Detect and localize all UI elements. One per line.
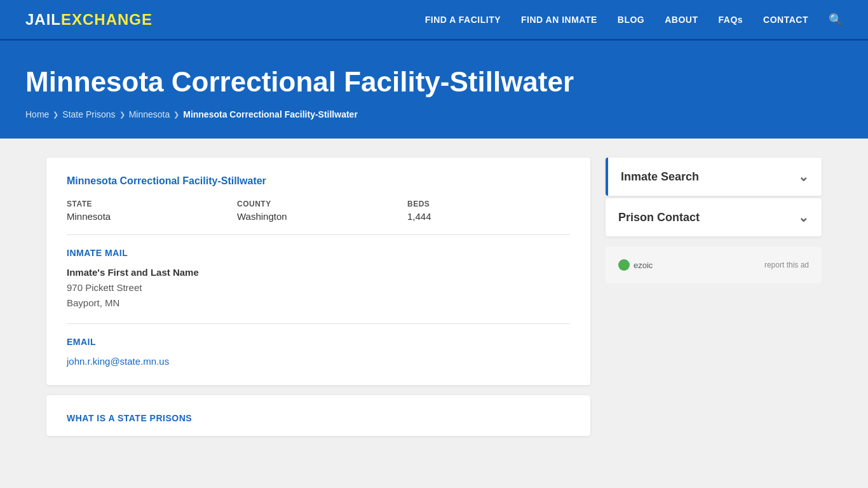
divider-2 <box>67 323 570 324</box>
breadcrumb-state[interactable]: Minnesota <box>129 109 170 119</box>
inmate-search-header[interactable]: Inmate Search ⌄ <box>608 158 822 196</box>
breadcrumb-state-prisons[interactable]: State Prisons <box>62 109 115 119</box>
ezoic-logo-icon <box>618 259 630 271</box>
site-logo[interactable]: JAILEXCHANGE <box>25 11 153 29</box>
nav-blog[interactable]: BLOG <box>618 15 644 25</box>
mail-name: Inmate's First and Last Name <box>67 267 570 278</box>
main-nav: FIND A FACILITY FIND AN INMATE BLOG ABOU… <box>425 13 843 27</box>
facility-card: Minnesota Correctional Facility-Stillwat… <box>46 158 590 385</box>
state-label: STATE <box>67 200 229 208</box>
mail-address: 970 Pickett Street Bayport, MN <box>67 280 570 311</box>
prison-contact-chevron-icon: ⌄ <box>798 210 809 225</box>
prison-contact-item: Prison Contact ⌄ <box>606 198 822 236</box>
email-title: EMAIL <box>67 337 570 347</box>
page-title: Minnesota Correctional Facility-Stillwat… <box>25 66 843 98</box>
county-value: Washington <box>237 211 400 222</box>
logo-highlight: EXCHANGE <box>61 11 153 29</box>
report-ad-link[interactable]: report this ad <box>764 261 809 269</box>
inmate-mail-title: INMATE MAIL <box>67 248 570 258</box>
ad-area: ezoic report this ad <box>606 247 822 283</box>
divider-1 <box>67 234 570 235</box>
prison-contact-header[interactable]: Prison Contact ⌄ <box>606 198 822 236</box>
prison-contact-label: Prison Contact <box>618 211 700 224</box>
beds-value: 1,444 <box>407 211 570 222</box>
state-col: STATE Minnesota <box>67 200 229 222</box>
nav-contact[interactable]: CONTACT <box>763 15 808 25</box>
facility-card-title: Minnesota Correctional Facility-Stillwat… <box>67 175 570 187</box>
beds-label: BEDS <box>407 200 570 208</box>
search-icon[interactable]: 🔍 <box>829 13 843 27</box>
hero-section: Minnesota Correctional Facility-Stillwat… <box>0 41 868 139</box>
breadcrumb: Home ❯ State Prisons ❯ Minnesota ❯ Minne… <box>25 109 843 119</box>
nav-about[interactable]: ABOUT <box>665 15 698 25</box>
chevron-icon: ❯ <box>53 111 58 119</box>
county-label: COUNTY <box>237 200 400 208</box>
nav-faqs[interactable]: FAQs <box>719 15 743 25</box>
inmate-search-label: Inmate Search <box>621 170 699 184</box>
chevron-icon-2: ❯ <box>119 111 125 119</box>
logo-text: JAIL <box>25 11 61 29</box>
breadcrumb-current: Minnesota Correctional Facility-Stillwat… <box>183 109 358 119</box>
breadcrumb-home[interactable]: Home <box>25 109 49 119</box>
state-value: Minnesota <box>67 211 229 222</box>
nav-find-inmate[interactable]: FIND AN INMATE <box>521 15 597 25</box>
email-link[interactable]: john.r.king@state.mn.us <box>67 356 169 367</box>
ezoic-label: ezoic <box>634 261 653 270</box>
inmate-search-chevron-icon: ⌄ <box>798 169 809 184</box>
county-col: COUNTY Washington <box>237 200 400 222</box>
mail-address-2: Bayport, MN <box>67 297 119 308</box>
inmate-search-item: Inmate Search ⌄ <box>606 158 822 196</box>
bottom-card: WHAT IS A STATE PRISONS <box>46 395 590 436</box>
bottom-section-title: WHAT IS A STATE PRISONS <box>67 413 570 423</box>
info-grid: STATE Minnesota COUNTY Washington BEDS 1… <box>67 200 570 222</box>
beds-col: BEDS 1,444 <box>407 200 570 222</box>
main-container: Minnesota Correctional Facility-Stillwat… <box>21 139 847 455</box>
chevron-icon-3: ❯ <box>173 111 179 119</box>
mail-address-1: 970 Pickett Street <box>67 282 142 293</box>
nav-find-facility[interactable]: FIND A FACILITY <box>425 15 501 25</box>
navbar: JAILEXCHANGE FIND A FACILITY FIND AN INM… <box>0 0 868 41</box>
ezoic-badge: ezoic <box>618 259 653 271</box>
sidebar: Inmate Search ⌄ Prison Contact ⌄ ezoic r… <box>606 158 822 283</box>
